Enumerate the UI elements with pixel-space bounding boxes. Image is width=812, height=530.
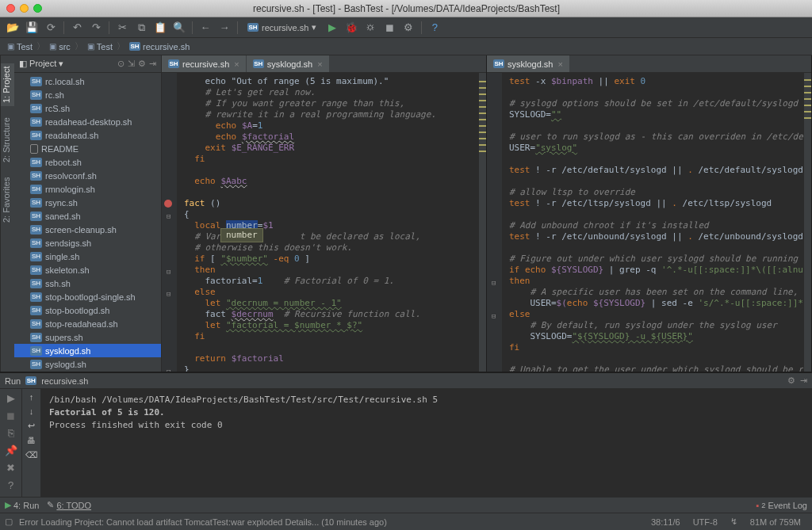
- tree-item[interactable]: SHrmnologin.sh: [14, 182, 161, 196]
- fold-icon[interactable]: ⊟: [492, 311, 498, 317]
- print-button[interactable]: 🖶: [27, 436, 36, 445]
- file-name: stop-bootlogd-single.sh: [45, 292, 136, 302]
- code-editor[interactable]: echo "Out of range (5 is maximum)." # Le…: [178, 73, 478, 372]
- tree-item[interactable]: SHreboot.sh: [14, 155, 161, 169]
- event-log-tab[interactable]: ▪2 Event Log: [756, 501, 807, 510]
- fold-icon[interactable]: ⊟: [167, 366, 173, 372]
- status-message[interactable]: Error Loading Project: Cannot load artif…: [13, 517, 393, 527]
- rerun-button[interactable]: ▶: [5, 392, 17, 405]
- file-encoding[interactable]: UTF-8: [687, 517, 724, 527]
- breadcrumb-item[interactable]: ▣Test: [85, 42, 115, 51]
- tree-item[interactable]: SHsyslogd.sh: [14, 357, 161, 371]
- tree-item[interactable]: SHstop-bootlogd-single.sh: [14, 290, 161, 303]
- editor-gutter[interactable]: ⊟⊟⊟: [487, 73, 503, 372]
- close-button[interactable]: ✖: [5, 462, 17, 475]
- settings-gear-icon[interactable]: ⚙: [787, 376, 795, 386]
- tree-item[interactable]: SHssh.sh: [14, 276, 161, 290]
- bottom-tool-tabs: ▶4: Run ✎ 6: TODO ▪2 Event Log: [0, 497, 812, 513]
- tree-item[interactable]: SHresolvconf.sh: [14, 169, 161, 182]
- project-scope-dropdown[interactable]: ◧ Project ▾: [19, 59, 63, 69]
- breadcrumb-item[interactable]: ▣src: [47, 42, 73, 51]
- tree-item[interactable]: README: [14, 142, 161, 155]
- hide-panel-button[interactable]: ⇥: [149, 59, 156, 69]
- project-tool-tab[interactable]: 1: Project: [1, 63, 14, 106]
- run-console-output[interactable]: /bin/bash /Volumes/DATA/IdeaProjects/Bas…: [41, 389, 812, 497]
- breadcrumb-item[interactable]: ▣Test: [5, 42, 35, 51]
- structure-tool-tab[interactable]: 2: Structure: [1, 114, 14, 166]
- stop-button[interactable]: ◼: [381, 20, 397, 36]
- paste-button[interactable]: 📋: [152, 20, 168, 36]
- tree-item[interactable]: SHrc.local.sh: [14, 74, 161, 88]
- undo-button[interactable]: ↶: [69, 20, 85, 36]
- todo-bottom-tab[interactable]: ✎ 6: TODO: [47, 500, 91, 510]
- window-title: recursive.sh - [Test] - BashTest - [/Vol…: [7, 3, 806, 14]
- settings-gear-icon[interactable]: ⚙: [138, 59, 146, 69]
- tree-item[interactable]: SHsaned.sh: [14, 209, 161, 223]
- run-bottom-tab[interactable]: ▶4: Run: [5, 500, 39, 510]
- tab-recursive-sh[interactable]: SHrecursive.sh×: [162, 55, 247, 72]
- tree-item[interactable]: SHsendsigs.sh: [14, 236, 161, 250]
- fold-icon[interactable]: ⊟: [492, 277, 498, 284]
- fold-icon[interactable]: ⊟: [167, 288, 173, 295]
- collapse-all-button[interactable]: ⇲: [128, 59, 135, 69]
- hide-panel-button[interactable]: ⇥: [800, 376, 807, 386]
- fold-icon[interactable]: ⊟: [167, 211, 173, 217]
- tree-item[interactable]: SHrsync.sh: [14, 196, 161, 209]
- close-tab-icon[interactable]: ×: [557, 59, 562, 69]
- close-tab-icon[interactable]: ×: [317, 59, 322, 69]
- help-button[interactable]: ?: [5, 479, 17, 492]
- favorites-tool-tab[interactable]: 2: Favorites: [1, 173, 14, 225]
- open-button[interactable]: 📂: [5, 20, 21, 36]
- scroll-down-button[interactable]: ↓: [29, 406, 34, 416]
- editor-scrollbar[interactable]: [803, 73, 811, 372]
- run-button[interactable]: ▶: [324, 20, 340, 36]
- clear-button[interactable]: ⌫: [25, 450, 38, 460]
- fold-icon[interactable]: ⊟: [167, 266, 173, 273]
- find-button[interactable]: 🔍: [171, 20, 187, 36]
- edit-config-button[interactable]: ⚙: [400, 20, 416, 36]
- cut-button[interactable]: ✂: [114, 20, 130, 36]
- tree-item[interactable]: SHsupers.sh: [14, 330, 161, 344]
- breakpoint-icon[interactable]: [164, 200, 172, 208]
- status-icon[interactable]: ▢: [5, 517, 13, 527]
- tree-item[interactable]: SHscreen-cleanup.sh: [14, 223, 161, 236]
- tab-sysklogd-sh[interactable]: SHsysklogd.sh×: [247, 55, 330, 72]
- editor-gutter[interactable]: ⊟⊟⊟⊟: [162, 73, 178, 372]
- back-button[interactable]: ←: [197, 20, 213, 36]
- sync-button[interactable]: ⟳: [43, 20, 59, 36]
- code-editor[interactable]: test -x $binpath || exit 0 # syslogd opt…: [503, 73, 803, 372]
- stop-button[interactable]: ◼: [5, 410, 17, 422]
- dump-button[interactable]: ⎘: [5, 427, 17, 440]
- profile-button[interactable]: ⛭: [362, 20, 378, 36]
- tree-item[interactable]: SHrcS.sh: [14, 101, 161, 115]
- memory-indicator[interactable]: 81M of 759M: [744, 517, 807, 527]
- close-tab-icon[interactable]: ×: [234, 59, 239, 69]
- tree-item[interactable]: SHstop-readahead.sh: [14, 317, 161, 330]
- tree-item[interactable]: SHreadahead.sh: [14, 128, 161, 142]
- tab-sysklogd-sh[interactable]: SHsysklogd.sh×: [487, 55, 570, 72]
- tree-item[interactable]: SHsingle.sh: [14, 250, 161, 263]
- project-file-tree[interactable]: SHrc.local.shSHrc.shSHrcS.shSHreadahead-…: [14, 73, 161, 372]
- debug-button[interactable]: 🐞: [343, 20, 359, 36]
- pin-button[interactable]: 📌: [5, 444, 17, 457]
- soft-wrap-button[interactable]: ↩: [28, 421, 35, 431]
- forward-button[interactable]: →: [216, 20, 232, 36]
- save-button[interactable]: 💾: [24, 20, 40, 36]
- run-config-selector[interactable]: SH recursive.sh ▾: [243, 22, 321, 32]
- tree-item[interactable]: SHskeleton.sh: [14, 263, 161, 276]
- copy-button[interactable]: ⧉: [133, 20, 149, 36]
- tree-item[interactable]: SHreadahead-desktop.sh: [14, 115, 161, 128]
- tree-item[interactable]: SHrc.sh: [14, 88, 161, 101]
- caret-position[interactable]: 38:11/6: [645, 517, 687, 527]
- tree-item[interactable]: SHstop-bootlogd.sh: [14, 303, 161, 317]
- redo-button[interactable]: ↷: [88, 20, 104, 36]
- editor-scrollbar[interactable]: [478, 73, 486, 372]
- autoscroll-from-source-button[interactable]: ⊙: [117, 59, 124, 69]
- breadcrumb-item[interactable]: SHrecursive.sh: [127, 42, 192, 51]
- tree-item[interactable]: SHsysklogd.sh: [14, 344, 161, 357]
- file-name: sendsigs.sh: [45, 238, 91, 248]
- git-indicator[interactable]: ↯: [724, 517, 744, 527]
- help-button[interactable]: ?: [427, 20, 442, 36]
- scroll-up-button[interactable]: ↑: [29, 392, 34, 402]
- file-name: syslogd.sh: [45, 360, 86, 369]
